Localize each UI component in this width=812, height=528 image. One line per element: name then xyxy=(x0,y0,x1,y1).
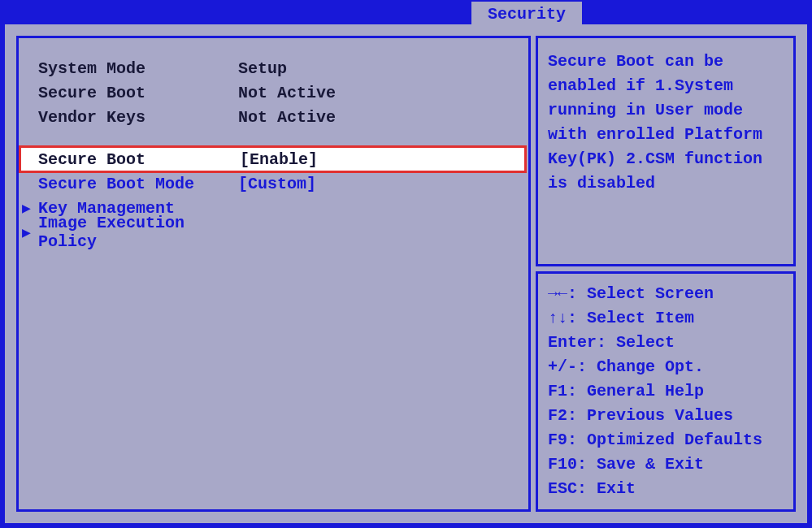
nav-hint: Enter: Select xyxy=(548,331,784,355)
nav-hint: F9: Optimized Defaults xyxy=(548,428,784,452)
nav-hint: ↑↓: Select Item xyxy=(548,306,784,331)
option-value: [Enable] xyxy=(240,150,525,169)
submenu-image-execution-policy[interactable]: ▶ Image Execution Policy xyxy=(19,220,528,245)
option-label: Secure Boot Mode xyxy=(38,175,238,193)
nav-hint: ESC: Exit xyxy=(548,477,784,501)
status-secure-boot: Secure Boot Not Active xyxy=(19,80,528,105)
nav-hint: +/-: Change Opt. xyxy=(548,355,784,379)
nav-help-box: →←: Select Screen ↑↓: Select Item Enter:… xyxy=(536,271,796,512)
nav-hint: →←: Select Screen xyxy=(548,282,784,306)
status-label: Secure Boot xyxy=(38,84,238,102)
main-frame: System Mode Setup Secure Boot Not Active… xyxy=(5,24,807,523)
spacer xyxy=(19,129,528,147)
nav-hint: F1: General Help xyxy=(548,379,784,404)
right-pane: Secure Boot can be enabled if 1.System r… xyxy=(536,36,796,512)
status-value: Not Active xyxy=(238,84,528,102)
triangle-right-icon: ▶ xyxy=(22,199,31,217)
help-box: Secure Boot can be enabled if 1.System r… xyxy=(536,36,796,266)
status-label: Vendor Keys xyxy=(38,108,238,127)
option-secure-boot-mode[interactable]: Secure Boot Mode [Custom] xyxy=(19,171,528,196)
help-text: Secure Boot can be enabled if 1.System r… xyxy=(548,50,784,196)
triangle-right-icon: ▶ xyxy=(22,223,31,241)
status-value: Not Active xyxy=(238,108,528,127)
option-label: Secure Boot xyxy=(38,150,240,169)
tab-label: Security xyxy=(488,5,566,24)
nav-hint: F2: Previous Values xyxy=(548,404,784,428)
settings-pane: System Mode Setup Secure Boot Not Active… xyxy=(16,36,531,512)
option-secure-boot[interactable]: Secure Boot [Enable] xyxy=(20,147,525,171)
tab-security[interactable]: Security xyxy=(470,0,584,26)
status-system-mode: System Mode Setup xyxy=(19,56,528,80)
status-vendor-keys: Vendor Keys Not Active xyxy=(19,105,528,129)
nav-hint: F10: Save & Exit xyxy=(548,452,784,477)
status-value: Setup xyxy=(238,59,528,78)
option-value: [Custom] xyxy=(238,175,528,193)
status-label: System Mode xyxy=(38,59,238,78)
tab-bar: Security xyxy=(0,0,812,26)
submenu-label: Image Execution Policy xyxy=(38,214,238,251)
